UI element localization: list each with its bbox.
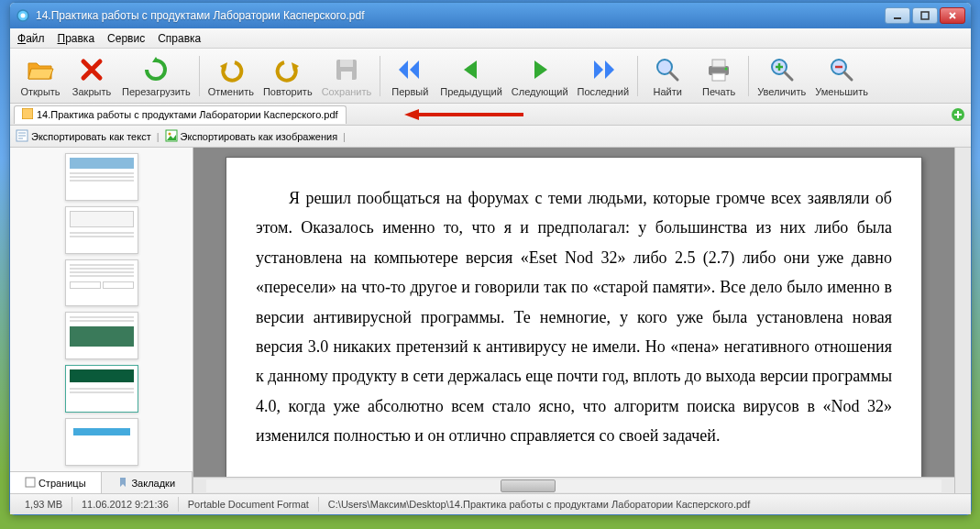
close-doc-button[interactable]: Закрыть — [67, 53, 116, 99]
export-images-button[interactable]: Экспортировать как изображения — [165, 129, 338, 144]
redo-button[interactable]: Повторить — [259, 53, 316, 99]
page-thumbnail[interactable] — [65, 418, 138, 466]
new-tab-button[interactable] — [951, 107, 965, 122]
annotation-arrow — [404, 107, 523, 124]
titlebar[interactable]: 14.Практика работы с продуктами Лаборато… — [10, 3, 971, 28]
export-text-button[interactable]: Экспортировать как текст — [16, 129, 151, 144]
scroll-thumb[interactable] — [501, 479, 556, 492]
open-button[interactable]: Открыть — [16, 53, 65, 99]
document-tab[interactable]: 14.Практика работы с продуктами Лаборато… — [14, 105, 347, 124]
document-tabs: 14.Практика работы с продуктами Лаборато… — [10, 104, 971, 126]
next-page-button[interactable]: Следующий — [508, 53, 572, 99]
folder-open-icon — [26, 55, 55, 84]
bookmark-icon — [117, 477, 128, 490]
pdf-icon — [22, 108, 33, 121]
main-toolbar: Открыть Закрыть Перезагрузить Отменить П… — [10, 49, 971, 104]
svg-rect-5 — [340, 60, 353, 67]
menubar: Файл Правка Сервис Справка — [10, 28, 971, 49]
reload-icon — [141, 55, 171, 84]
undo-button[interactable]: Отменить — [204, 53, 258, 99]
svg-rect-3 — [921, 12, 929, 19]
export-images-icon — [165, 129, 178, 144]
zoom-out-button[interactable]: Уменьшить — [811, 53, 872, 99]
document-scroll[interactable]: Я решил пообщаться на форумах с теми люд… — [193, 148, 954, 477]
first-page-button[interactable]: Первый — [385, 53, 435, 99]
horizontal-scrollbar[interactable] — [193, 477, 954, 493]
zoom-in-button[interactable]: Увеличить — [754, 53, 809, 99]
status-date: 11.06.2012 9:21:36 — [72, 497, 179, 512]
find-button[interactable]: Найти — [643, 53, 692, 99]
menu-file[interactable]: Файл — [17, 32, 45, 45]
svg-point-1 — [21, 14, 26, 18]
undo-icon — [216, 55, 246, 84]
page-thumbnail[interactable] — [65, 206, 138, 254]
svg-point-18 — [168, 132, 171, 135]
app-window: 14.Практика работы с продуктами Лаборато… — [9, 2, 972, 515]
bookmarks-tab[interactable]: Закладки — [102, 472, 193, 493]
toolbar-separator — [199, 56, 200, 96]
svg-rect-10 — [712, 73, 725, 81]
document-view: Я решил пообщаться на форумах с теми люд… — [193, 148, 954, 493]
zoom-out-icon — [827, 55, 856, 84]
save-button: Сохранить — [318, 53, 376, 99]
page-thumbnail[interactable] — [65, 153, 138, 201]
tab-label: 14.Практика работы с продуктами Лаборато… — [37, 109, 338, 120]
side-panel: Страницы Закладки — [10, 148, 193, 493]
menu-help[interactable]: Справка — [158, 32, 201, 45]
toolbar-separator — [380, 56, 380, 96]
last-icon — [589, 55, 618, 84]
print-button[interactable]: Печать — [694, 53, 743, 99]
toolbar-separator — [748, 56, 749, 96]
svg-rect-9 — [712, 60, 725, 67]
close-button[interactable] — [940, 7, 965, 24]
toolbar-divider: | — [343, 131, 346, 142]
prev-icon — [457, 55, 486, 84]
side-tabs: Страницы Закладки — [10, 471, 193, 493]
menu-edit[interactable]: Правка — [58, 32, 95, 45]
maximize-button[interactable] — [912, 7, 938, 24]
svg-point-11 — [725, 67, 728, 70]
thumbnail-list[interactable] — [10, 148, 193, 471]
export-text-icon — [16, 129, 28, 144]
status-filesize: 1,93 MB — [16, 497, 72, 512]
toolbar-divider: | — [157, 131, 160, 142]
content-area: Страницы Закладки Я решил пообщаться на … — [10, 148, 971, 494]
page-thumbnail[interactable] — [65, 259, 138, 307]
save-icon — [332, 55, 361, 84]
svg-rect-6 — [341, 72, 352, 80]
zoom-in-icon — [767, 55, 797, 84]
close-x-icon — [77, 55, 106, 84]
svg-rect-2 — [894, 17, 901, 19]
document-page: Я решил пообщаться на форумах с теми люд… — [226, 157, 922, 477]
page-thumbnail[interactable] — [65, 312, 138, 359]
print-icon — [704, 55, 733, 84]
reload-button[interactable]: Перезагрузить — [118, 53, 194, 99]
pages-tab[interactable]: Страницы — [10, 472, 102, 493]
toolbar-separator — [637, 56, 638, 96]
redo-icon — [273, 55, 303, 84]
menu-tools[interactable]: Сервис — [107, 32, 145, 45]
search-icon — [653, 55, 682, 84]
last-page-button[interactable]: Последний — [574, 53, 633, 99]
vertical-scrollbar[interactable] — [954, 148, 971, 493]
status-path: C:\Users\Максим\Desktop\14.Практика рабо… — [319, 497, 965, 512]
prev-page-button[interactable]: Предыдущий — [436, 53, 505, 99]
app-icon — [16, 8, 30, 23]
first-icon — [395, 55, 424, 84]
page-thumbnail[interactable] — [65, 365, 138, 413]
next-icon — [525, 55, 555, 84]
pages-icon — [25, 477, 36, 490]
svg-rect-14 — [22, 108, 33, 119]
minimize-button[interactable] — [885, 7, 910, 24]
statusbar: 1,93 MB 11.06.2012 9:21:36 Portable Docu… — [10, 494, 971, 514]
window-title: 14.Практика работы с продуктами Лаборато… — [36, 9, 885, 22]
status-format: Portable Document Format — [179, 497, 319, 512]
export-toolbar: Экспортировать как текст | Экспортироват… — [10, 126, 971, 148]
document-text: Я решил пообщаться на форумах с теми люд… — [256, 183, 892, 451]
svg-rect-19 — [26, 478, 35, 487]
